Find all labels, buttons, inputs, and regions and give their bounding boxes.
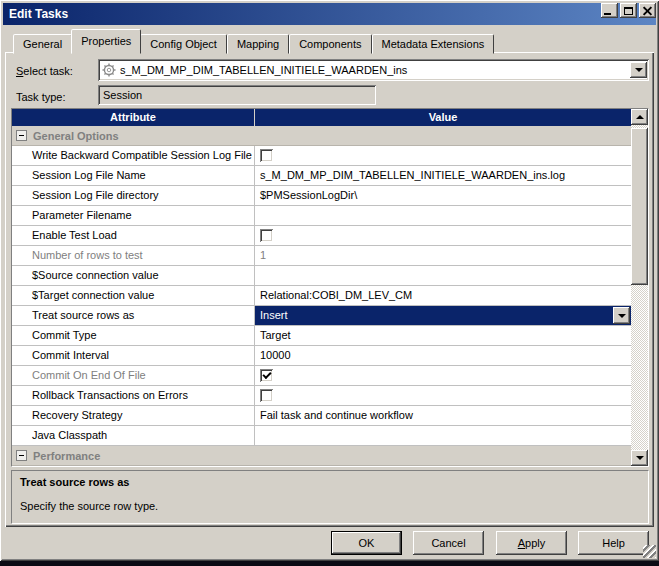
attribute-cell: Write Backward Compatible Session Log Fi… <box>12 146 255 165</box>
tab-strip: GeneralPropertiesConfig ObjectMappingCom… <box>13 29 494 54</box>
checkbox[interactable] <box>260 369 273 382</box>
chevron-down-icon <box>635 68 643 72</box>
attribute-cell: Java Classpath <box>12 426 255 445</box>
attributes-table: Attribute Value General OptionsWrite Bac… <box>11 108 649 467</box>
description-text: Specify the source row type. <box>20 500 640 512</box>
value-cell[interactable] <box>255 206 631 225</box>
edit-tasks-dialog: Edit Tasks GeneralPropertiesConfig Objec… <box>0 0 659 561</box>
value-cell[interactable]: 10000 <box>255 346 631 365</box>
attribute-column-header: Attribute <box>12 109 255 126</box>
task-type-field: Session <box>98 85 376 105</box>
checkbox[interactable] <box>260 389 273 402</box>
checkbox[interactable] <box>260 229 273 242</box>
attribute-cell: $Target connection value <box>12 286 255 305</box>
value-cell[interactable] <box>255 146 631 165</box>
close-button[interactable] <box>639 3 656 18</box>
value-cell[interactable]: Fail task and continue workflow <box>255 406 631 425</box>
select-task-value: s_M_DM_MP_DIM_TABELLEN_INITIELE_WAARDEN_… <box>120 64 630 76</box>
scrollbar-thumb[interactable] <box>631 128 648 285</box>
select-task-combobox[interactable]: s_M_DM_MP_DIM_TABELLEN_INITIELE_WAARDEN_… <box>98 59 649 81</box>
task-type-value: Session <box>103 89 142 101</box>
dropdown-button[interactable] <box>613 307 630 324</box>
session-gear-icon <box>102 63 116 77</box>
table-body: General OptionsWrite Backward Compatible… <box>12 126 631 466</box>
attribute-cell: Number of rows to test <box>12 246 255 265</box>
group-row: Performance <box>12 446 631 466</box>
help-button[interactable]: Help <box>578 531 649 555</box>
collapse-minus-icon[interactable] <box>16 450 27 461</box>
value-column-header: Value <box>255 109 631 126</box>
table-row: Session Log File directory$PMSessionLogD… <box>12 186 631 206</box>
table-row: Write Backward Compatible Session Log Fi… <box>12 146 631 166</box>
attribute-cell: $Source connection value <box>12 266 255 285</box>
dropdown-value: Insert <box>255 306 613 325</box>
scroll-down-button[interactable] <box>631 450 648 466</box>
group-label: Performance <box>33 450 100 462</box>
tab-mapping[interactable]: Mapping <box>227 34 289 54</box>
value-cell[interactable]: Target <box>255 326 631 345</box>
minimize-icon <box>604 13 611 15</box>
scroll-up-icon <box>636 115 644 119</box>
value-cell[interactable]: s_M_DM_MP_DIM_TABELLEN_INITIELE_WAARDEN_… <box>255 166 631 185</box>
select-task-label: Select task: <box>16 65 73 77</box>
ok-button[interactable]: OK <box>331 531 402 555</box>
table-row: Rollback Transactions on Errors <box>12 386 631 406</box>
tab-general[interactable]: General <box>13 34 72 54</box>
minimize-button[interactable] <box>601 3 618 18</box>
attribute-cell: Commit Interval <box>12 346 255 365</box>
attribute-cell: Commit On End Of File <box>12 366 255 385</box>
table-row: Recovery StrategyFail task and continue … <box>12 406 631 426</box>
tab-config-object[interactable]: Config Object <box>140 34 227 54</box>
tab-metadata-extensions[interactable]: Metadata Extensions <box>372 34 495 54</box>
tab-components[interactable]: Components <box>289 34 371 54</box>
value-cell[interactable] <box>255 226 631 245</box>
table-row: Java Classpath <box>12 426 631 446</box>
table-row: $Source connection value <box>12 266 631 286</box>
chevron-down-icon <box>618 314 626 318</box>
value-cell[interactable] <box>255 266 631 285</box>
scroll-up-button[interactable] <box>631 109 648 125</box>
attribute-cell: Parameter Filename <box>12 206 255 225</box>
value-cell[interactable]: $PMSessionLogDir\ <box>255 186 631 205</box>
window-controls <box>601 3 656 18</box>
resize-grip[interactable] <box>643 545 656 558</box>
table-row: Commit On End Of File <box>12 366 631 386</box>
select-task-dropdown-button[interactable] <box>630 62 647 78</box>
attribute-cell: Commit Type <box>12 326 255 345</box>
attribute-cell: Session Log File directory <box>12 186 255 205</box>
attribute-cell: Rollback Transactions on Errors <box>12 386 255 405</box>
table-row: Commit TypeTarget <box>12 326 631 346</box>
table-row: Enable Test Load <box>12 226 631 246</box>
collapse-minus-icon[interactable] <box>16 130 27 141</box>
value-cell[interactable]: 1 <box>255 246 631 265</box>
maximize-button[interactable] <box>620 3 637 18</box>
checkbox[interactable] <box>260 149 273 162</box>
group-label: General Options <box>33 130 119 142</box>
value-cell[interactable]: Insert <box>255 306 631 325</box>
window-title: Edit Tasks <box>3 7 68 21</box>
table-row: $Target connection valueRelational:COBI_… <box>12 286 631 306</box>
value-cell[interactable] <box>255 366 631 385</box>
tab-properties[interactable]: Properties <box>71 29 141 54</box>
value-cell[interactable] <box>255 386 631 405</box>
apply-button[interactable]: Apply <box>496 531 567 555</box>
title-bar: Edit Tasks <box>3 3 656 25</box>
value-cell[interactable] <box>255 426 631 445</box>
group-row: General Options <box>12 126 631 146</box>
attribute-cell: Treat source rows as <box>12 306 255 325</box>
table-row: Number of rows to test1 <box>12 246 631 266</box>
scroll-down-icon <box>636 456 644 460</box>
vertical-scrollbar[interactable] <box>631 109 648 466</box>
attribute-cell: Session Log File Name <box>12 166 255 185</box>
table-row: Treat source rows asInsert <box>12 306 631 326</box>
table-header: Attribute Value <box>12 109 631 126</box>
table-row: Parameter Filename <box>12 206 631 226</box>
description-title: Treat source rows as <box>20 476 640 488</box>
cancel-button[interactable]: Cancel <box>413 531 484 555</box>
table-row: Session Log File Names_M_DM_MP_DIM_TABEL… <box>12 166 631 186</box>
table-row: Commit Interval10000 <box>12 346 631 366</box>
task-type-label: Task type: <box>16 91 66 103</box>
close-icon <box>643 7 652 15</box>
value-cell[interactable]: Relational:COBI_DM_LEV_CM <box>255 286 631 305</box>
attribute-cell: Enable Test Load <box>12 226 255 245</box>
